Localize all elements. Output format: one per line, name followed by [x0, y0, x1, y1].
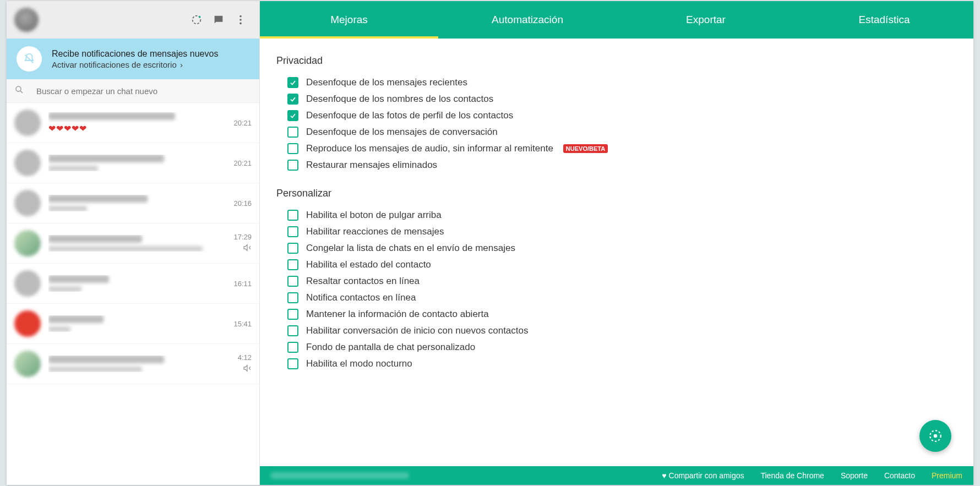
checkbox[interactable]	[287, 210, 298, 221]
footer-contact[interactable]: Contacto	[884, 471, 915, 480]
chat-name	[48, 195, 148, 203]
chat-avatar	[14, 150, 41, 176]
chat-name	[48, 275, 109, 283]
menu-icon[interactable]	[230, 9, 252, 31]
tab-exportar[interactable]: Exportar	[617, 1, 795, 39]
option-label: Fondo de pantalla de chat personalizado	[306, 342, 475, 353]
chat-row[interactable]: 15:41	[7, 304, 259, 344]
option-row[interactable]: Resaltar contactos en línea	[287, 273, 957, 290]
bell-off-icon	[17, 46, 42, 72]
option-row[interactable]: Desenfoque de las fotos de perfil de los…	[287, 107, 957, 124]
checkbox[interactable]	[287, 160, 298, 171]
chat-time: 15:41	[233, 320, 252, 328]
footer-support[interactable]: Soporte	[841, 471, 868, 480]
main-pane: MejorasAutomatizaciónExportarEstadística…	[260, 1, 973, 485]
option-row[interactable]: Habilita el modo nocturno	[287, 356, 957, 372]
notification-subtitle[interactable]: Activar notificaciones de escritorio ›	[52, 60, 249, 69]
settings-content[interactable]: PrivacidadDesenfoque de los mensajes rec…	[260, 39, 973, 466]
option-row[interactable]: Desenfoque de los mensajes de conversaci…	[287, 124, 957, 140]
option-label: Desenfoque de los mensajes de conversaci…	[306, 127, 498, 138]
sidebar-header	[7, 1, 259, 39]
option-row[interactable]: Mantener la información de contacto abie…	[287, 306, 957, 323]
option-row[interactable]: Restaurar mensajes eliminados	[287, 157, 957, 173]
checkbox[interactable]	[287, 342, 298, 353]
option-row[interactable]: Fondo de pantalla de chat personalizado	[287, 339, 957, 356]
option-label: Habilitar reacciones de mensajes	[306, 226, 444, 237]
chat-time: 4:12	[238, 353, 252, 362]
chat-row[interactable]: 20:21	[7, 143, 259, 183]
tab-automatización[interactable]: Automatización	[438, 1, 617, 39]
checkbox[interactable]	[287, 77, 298, 88]
checkbox[interactable]	[287, 358, 298, 369]
status-icon[interactable]	[186, 9, 208, 31]
chat-row[interactable]: 4:12	[7, 344, 259, 384]
checkbox[interactable]	[287, 259, 298, 270]
chat-row[interactable]: 16:11	[7, 264, 259, 304]
footer-store[interactable]: Tienda de Chrome	[760, 471, 824, 480]
checkbox[interactable]	[287, 276, 298, 287]
option-row[interactable]: Notifica contactos en línea	[287, 290, 957, 306]
fab-button[interactable]	[919, 420, 951, 452]
tab-mejoras[interactable]: Mejoras	[260, 1, 438, 39]
option-row[interactable]: Desenfoque de los mensajes recientes	[287, 74, 957, 91]
checkbox[interactable]	[287, 309, 298, 320]
checkbox[interactable]	[287, 292, 298, 303]
option-label: Notifica contactos en línea	[306, 292, 416, 303]
chat-hearts: ❤❤❤❤❤	[48, 123, 226, 134]
chat-row[interactable]: 20:16	[7, 183, 259, 223]
option-row[interactable]: Habilitar conversación de inicio con nue…	[287, 323, 957, 339]
notification-title: Recibe notificaciones de mensajes nuevos	[52, 49, 249, 59]
option-row[interactable]: Habilita el estado del contacto	[287, 256, 957, 273]
search-input[interactable]	[36, 86, 252, 96]
option-row[interactable]: Habilita el boton de pulgar arriba	[287, 207, 957, 223]
checkbox[interactable]	[287, 325, 298, 336]
chat-preview	[48, 206, 87, 211]
checkbox[interactable]	[287, 94, 298, 105]
muted-icon	[243, 364, 252, 374]
chat-time: 20:21	[233, 159, 252, 167]
option-label: Desenfoque de los nombres de los contact…	[306, 94, 493, 105]
search-bar[interactable]	[7, 79, 259, 103]
chat-name	[48, 356, 164, 363]
badge: NUEVO/BETA	[563, 144, 608, 153]
chat-preview	[48, 286, 81, 292]
checkbox[interactable]	[287, 110, 298, 121]
checkbox[interactable]	[287, 127, 298, 138]
chat-time: 20:16	[233, 199, 252, 207]
svg-point-4	[239, 23, 242, 25]
tab-estadística[interactable]: Estadística	[795, 1, 973, 39]
chat-preview	[48, 246, 203, 252]
footer-share[interactable]: ♥Compartir con amigos	[662, 471, 744, 480]
chat-name	[48, 235, 142, 243]
option-row[interactable]: Desenfoque de los nombres de los contact…	[287, 91, 957, 107]
self-avatar[interactable]	[14, 8, 39, 32]
new-chat-icon[interactable]	[208, 9, 230, 31]
option-row[interactable]: Habilitar reacciones de mensajes	[287, 223, 957, 240]
chat-row[interactable]: ❤❤❤❤❤20:21	[7, 103, 259, 143]
footer-premium[interactable]: Premium	[932, 471, 962, 480]
footer: ♥Compartir con amigos Tienda de Chrome S…	[260, 466, 973, 485]
option-row[interactable]: Congelar la lista de chats en el envío d…	[287, 240, 957, 256]
footer-user-info	[271, 472, 409, 479]
option-label: Desenfoque de los mensajes recientes	[306, 77, 467, 88]
chat-name	[48, 315, 104, 323]
chat-row[interactable]: 17:29	[7, 223, 259, 264]
option-row[interactable]: Reproduce los mensajes de audio, sin inf…	[287, 140, 957, 157]
search-icon	[14, 85, 24, 97]
option-label: Restaurar mensajes eliminados	[306, 160, 437, 171]
checkbox[interactable]	[287, 226, 298, 237]
notification-banner[interactable]: Recibe notificaciones de mensajes nuevos…	[7, 39, 259, 79]
chat-list[interactable]: ❤❤❤❤❤20:2120:2120:1617:2916:1115:414:12	[7, 103, 259, 485]
section-title: Privacidad	[276, 55, 957, 67]
svg-point-8	[934, 434, 938, 438]
chat-time: 20:21	[233, 119, 252, 127]
chat-avatar	[14, 230, 41, 256]
checkbox[interactable]	[287, 143, 298, 154]
chat-name	[48, 155, 164, 162]
option-label: Reproduce los mensajes de audio, sin inf…	[306, 143, 553, 154]
chat-avatar	[14, 190, 41, 216]
svg-point-5	[16, 86, 21, 91]
checkbox[interactable]	[287, 243, 298, 254]
svg-point-1	[199, 16, 201, 18]
chat-avatar	[14, 110, 41, 136]
